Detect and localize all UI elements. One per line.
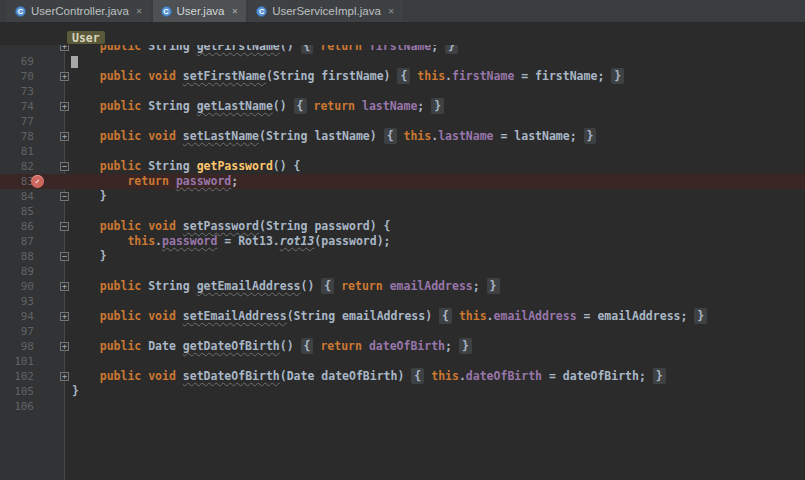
- code-text: public void setLastName(String lastName)…: [72, 129, 805, 144]
- tab-bar: CUserController.java✕CUser.java✕CUserSer…: [0, 0, 805, 23]
- code-line[interactable]: 77: [0, 114, 805, 129]
- code-line[interactable]: 93: [0, 294, 805, 309]
- code-text: }: [72, 249, 805, 264]
- tab-label: UserController.java: [31, 5, 129, 17]
- caret-block: [71, 56, 78, 68]
- line-number[interactable]: 90: [0, 279, 34, 294]
- line-number[interactable]: 102: [0, 369, 34, 384]
- tab-userserviceimpl-java[interactable]: CUserServiceImpl.java✕: [248, 0, 402, 22]
- expand-icon[interactable]: +: [60, 342, 69, 351]
- line-number[interactable]: 93: [0, 294, 34, 309]
- code-text: public void setPassword(String password)…: [72, 219, 805, 234]
- close-icon[interactable]: ✕: [388, 7, 395, 16]
- expand-icon[interactable]: +: [60, 132, 69, 141]
- line-number[interactable]: 82: [0, 159, 34, 174]
- line-number[interactable]: 94: [0, 309, 34, 324]
- class-icon: C: [161, 6, 172, 17]
- collapse-icon[interactable]: −: [60, 162, 69, 171]
- close-icon[interactable]: ✕: [231, 7, 238, 16]
- class-icon: C: [15, 6, 26, 17]
- code-line[interactable]: 81: [0, 144, 805, 159]
- code-line[interactable]: 101: [0, 354, 805, 369]
- code-line[interactable]: 87 this.password = Rot13.rot13(password)…: [0, 234, 805, 249]
- code-line[interactable]: 97: [0, 324, 805, 339]
- line-number[interactable]: 70: [0, 69, 34, 84]
- expand-icon[interactable]: +: [60, 102, 69, 111]
- line-number[interactable]: 74: [0, 99, 34, 114]
- editor[interactable]: + public String getFirstName() { return …: [0, 39, 805, 414]
- code-line[interactable]: 83✓ return password;: [0, 174, 805, 189]
- collapse-icon[interactable]: −: [60, 192, 69, 201]
- line-number[interactable]: 81: [0, 144, 34, 159]
- line-number[interactable]: 69: [0, 54, 34, 69]
- breadcrumb-user[interactable]: User: [67, 31, 105, 44]
- expand-icon[interactable]: +: [60, 282, 69, 291]
- line-number[interactable]: 84: [0, 189, 34, 204]
- code-text: return password;: [72, 174, 805, 189]
- line-number[interactable]: 98: [0, 339, 34, 354]
- code-text: }: [72, 189, 805, 204]
- line-number[interactable]: 85: [0, 204, 34, 219]
- line-number[interactable]: 88: [0, 249, 34, 264]
- close-icon[interactable]: ✕: [136, 7, 143, 16]
- collapse-icon[interactable]: −: [60, 222, 69, 231]
- code-line[interactable]: 69: [0, 54, 805, 69]
- tab-label: UserServiceImpl.java: [272, 5, 381, 17]
- code-line[interactable]: 85: [0, 204, 805, 219]
- code-line[interactable]: 106: [0, 399, 805, 414]
- code-text: public String getPassword() {: [72, 159, 805, 174]
- breadcrumbs-bar: User: [0, 23, 805, 45]
- code-text: public void setFirstName(String firstNam…: [72, 69, 805, 84]
- breakpoint-icon[interactable]: ✓: [31, 175, 44, 188]
- code-text: public void setEmailAddress(String email…: [72, 309, 805, 324]
- code-text: public String getEmailAddress() { return…: [72, 279, 805, 294]
- code-line[interactable]: 90+ public String getEmailAddress() { re…: [0, 279, 805, 294]
- code-line[interactable]: 70+ public void setFirstName(String firs…: [0, 69, 805, 84]
- line-number[interactable]: 86: [0, 219, 34, 234]
- code-text: public void setDateOfBirth(Date dateOfBi…: [72, 369, 805, 384]
- code-text: this.password = Rot13.rot13(password);: [72, 234, 805, 249]
- code-text: }: [72, 384, 805, 399]
- code-line[interactable]: 73: [0, 84, 805, 99]
- line-number[interactable]: 78: [0, 129, 34, 144]
- line-number[interactable]: 77: [0, 114, 34, 129]
- class-icon: C: [256, 6, 267, 17]
- code-line[interactable]: 102+ public void setDateOfBirth(Date dat…: [0, 369, 805, 384]
- tab-user-java[interactable]: CUser.java✕: [153, 0, 247, 22]
- code-text: public Date getDateOfBirth() { return da…: [72, 339, 805, 354]
- code-line[interactable]: 82− public String getPassword() {: [0, 159, 805, 174]
- line-number[interactable]: 106: [0, 399, 34, 414]
- collapse-icon[interactable]: −: [60, 252, 69, 261]
- line-number[interactable]: 105: [0, 384, 34, 399]
- code-line[interactable]: 98+ public Date getDateOfBirth() { retur…: [0, 339, 805, 354]
- line-number[interactable]: 73: [0, 84, 34, 99]
- tab-label: User.java: [177, 5, 225, 17]
- code-line[interactable]: 89: [0, 264, 805, 279]
- code-line[interactable]: 74+ public String getLastName() { return…: [0, 99, 805, 114]
- expand-icon[interactable]: +: [60, 372, 69, 381]
- line-number[interactable]: 83: [0, 174, 34, 189]
- code-line[interactable]: 88− }: [0, 249, 805, 264]
- code-line[interactable]: 86− public void setPassword(String passw…: [0, 219, 805, 234]
- expand-icon[interactable]: +: [60, 72, 69, 81]
- code-line[interactable]: 94+ public void setEmailAddress(String e…: [0, 309, 805, 324]
- expand-icon[interactable]: +: [60, 312, 69, 321]
- code-line[interactable]: 84− }: [0, 189, 805, 204]
- line-number[interactable]: 97: [0, 324, 34, 339]
- ide-editor-window: CUserController.java✕CUser.java✕CUserSer…: [0, 0, 805, 480]
- line-number[interactable]: 89: [0, 264, 34, 279]
- code-line[interactable]: 105}: [0, 384, 805, 399]
- line-number[interactable]: 101: [0, 354, 34, 369]
- line-number[interactable]: 87: [0, 234, 34, 249]
- code-line[interactable]: 78+ public void setLastName(String lastN…: [0, 129, 805, 144]
- code-text: public String getLastName() { return las…: [72, 99, 805, 114]
- tab-usercontroller-java[interactable]: CUserController.java✕: [7, 0, 151, 22]
